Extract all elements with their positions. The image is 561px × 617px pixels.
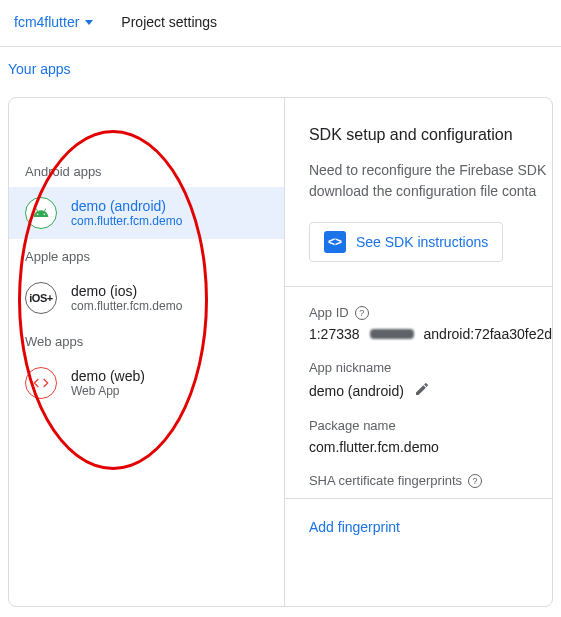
- field-package: Package name com.flutter.fcm.demo: [309, 400, 552, 455]
- field-app-id: App ID ? 1:27338android:72faa30fe2d: [309, 287, 552, 342]
- field-label: App ID ?: [309, 305, 552, 320]
- project-name: fcm4flutter: [14, 14, 79, 30]
- see-sdk-instructions-button[interactable]: <​> See SDK instructions: [309, 222, 503, 262]
- sdk-button-label: See SDK instructions: [356, 234, 488, 250]
- app-text: demo (web) Web App: [71, 368, 145, 398]
- code-icon: <​>: [324, 231, 346, 253]
- group-header-apple: Apple apps: [9, 239, 284, 272]
- field-value: demo (android): [309, 381, 552, 400]
- redacted-segment: [370, 329, 414, 339]
- app-sub: com.flutter.fcm.demo: [71, 214, 182, 228]
- help-icon[interactable]: ?: [355, 306, 369, 320]
- group-header-android: Android apps: [9, 154, 284, 187]
- app-name: demo (web): [71, 368, 145, 384]
- project-selector[interactable]: fcm4flutter: [8, 10, 99, 34]
- field-value: 1:27338android:72faa30fe2d: [309, 326, 552, 342]
- app-sub: com.flutter.fcm.demo: [71, 299, 182, 313]
- ios-icon: iOS+: [25, 282, 57, 314]
- app-name: demo (android): [71, 198, 182, 214]
- detail-description: Need to reconfigure the Firebase SDK dow…: [309, 160, 552, 202]
- caret-down-icon: [85, 20, 93, 25]
- field-label: Package name: [309, 418, 552, 433]
- app-row-android[interactable]: demo (android) com.flutter.fcm.demo: [9, 187, 284, 239]
- app-row-web[interactable]: demo (web) Web App: [9, 357, 284, 409]
- app-sub: Web App: [71, 384, 145, 398]
- app-row-ios[interactable]: iOS+ demo (ios) com.flutter.fcm.demo: [9, 272, 284, 324]
- apps-card: Android apps demo (android) com.flutter.…: [8, 97, 553, 607]
- web-icon: [25, 367, 57, 399]
- add-fingerprint-link[interactable]: Add fingerprint: [309, 499, 400, 555]
- field-sha: SHA certificate fingerprints ? Add finge…: [309, 455, 552, 555]
- field-value: com.flutter.fcm.demo: [309, 439, 552, 455]
- app-text: demo (android) com.flutter.fcm.demo: [71, 198, 182, 228]
- app-detail-column: SDK setup and configuration Need to reco…: [285, 98, 552, 606]
- field-nickname: App nickname demo (android): [309, 342, 552, 400]
- help-icon[interactable]: ?: [468, 474, 482, 488]
- android-icon: [25, 197, 57, 229]
- app-name: demo (ios): [71, 283, 182, 299]
- section-label: Your apps: [0, 47, 561, 83]
- header-bar: fcm4flutter Project settings: [0, 0, 561, 47]
- app-text: demo (ios) com.flutter.fcm.demo: [71, 283, 182, 313]
- apps-list-column: Android apps demo (android) com.flutter.…: [9, 98, 285, 606]
- field-label: SHA certificate fingerprints ?: [309, 473, 552, 488]
- detail-title: SDK setup and configuration: [309, 126, 552, 144]
- group-header-web: Web apps: [9, 324, 284, 357]
- page-title: Project settings: [121, 14, 217, 30]
- field-label: App nickname: [309, 360, 552, 375]
- pencil-icon[interactable]: [414, 381, 430, 400]
